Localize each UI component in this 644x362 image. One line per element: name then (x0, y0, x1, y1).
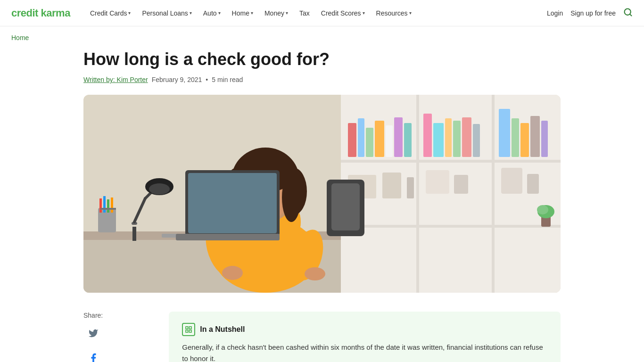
facebook-share-button[interactable] (85, 349, 102, 362)
svg-rect-27 (530, 116, 540, 157)
share-label: Share: (83, 312, 103, 319)
svg-rect-74 (190, 330, 192, 333)
svg-rect-30 (382, 173, 401, 198)
nav-item-home[interactable]: Home ▾ (227, 7, 258, 20)
svg-rect-45 (132, 227, 136, 241)
svg-rect-72 (186, 327, 188, 329)
article-meta: Written by: Kim Porter February 9, 2021 … (83, 76, 561, 83)
article-title: How long is a check good for? (83, 49, 561, 69)
chevron-down-icon: ▾ (286, 10, 288, 16)
nav-right: Login Sign up for free (547, 8, 633, 19)
svg-rect-8 (341, 225, 561, 228)
hero-image (83, 95, 561, 293)
svg-rect-40 (99, 198, 102, 213)
svg-rect-43 (111, 197, 113, 213)
svg-rect-7 (341, 160, 561, 163)
svg-rect-35 (527, 174, 539, 194)
svg-point-38 (537, 205, 548, 214)
svg-rect-34 (501, 168, 522, 194)
svg-rect-22 (462, 117, 471, 157)
chevron-down-icon: ▾ (251, 10, 253, 16)
svg-rect-73 (190, 327, 192, 329)
svg-rect-28 (541, 121, 548, 157)
svg-rect-15 (386, 125, 393, 157)
nav-links: Credit Cards ▾ Personal Loans ▾ Auto ▾ H… (85, 7, 547, 20)
svg-rect-41 (103, 196, 106, 213)
nav-item-credit-scores[interactable]: Credit Scores ▾ (316, 7, 370, 20)
svg-point-50 (149, 183, 170, 195)
chevron-down-icon: ▾ (128, 10, 131, 16)
svg-rect-24 (499, 109, 510, 157)
read-time: 5 min read (212, 76, 243, 83)
svg-rect-44 (100, 208, 116, 210)
nav-item-auto[interactable]: Auto ▾ (198, 7, 225, 20)
signup-button[interactable]: Sign up for free (570, 9, 616, 17)
svg-rect-20 (445, 118, 452, 157)
main-nav: credit karma Credit Cards ▾ Personal Loa… (0, 0, 644, 26)
svg-rect-52 (331, 183, 360, 230)
twitter-share-button[interactable] (85, 325, 102, 342)
svg-rect-18 (423, 114, 432, 157)
search-button[interactable] (623, 8, 633, 19)
svg-rect-26 (520, 123, 529, 157)
svg-rect-23 (473, 124, 480, 157)
svg-rect-32 (426, 170, 449, 194)
svg-rect-33 (454, 175, 468, 194)
svg-rect-25 (512, 118, 519, 157)
svg-rect-21 (453, 121, 461, 157)
chevron-down-icon: ▾ (363, 10, 365, 16)
nav-item-tax[interactable]: Tax (295, 7, 314, 20)
svg-rect-17 (404, 123, 412, 157)
nav-item-resources[interactable]: Resources ▾ (372, 7, 416, 20)
svg-point-66 (222, 266, 243, 280)
nutshell-text: Generally, if a check hasn't been cashed… (182, 342, 547, 362)
meta-date: February 9, 2021 (152, 76, 202, 83)
svg-rect-16 (394, 117, 403, 157)
svg-rect-19 (433, 123, 444, 157)
svg-rect-13 (366, 128, 373, 157)
logo-text: credit karma (11, 7, 70, 19)
svg-line-1 (630, 14, 632, 16)
logo[interactable]: credit karma (11, 7, 70, 19)
nutshell-header: In a Nutshell (182, 323, 547, 336)
svg-rect-14 (375, 121, 384, 157)
nav-item-credit-cards[interactable]: Credit Cards ▾ (85, 7, 136, 20)
svg-rect-75 (186, 330, 188, 333)
chevron-down-icon: ▾ (218, 10, 221, 16)
svg-rect-70 (188, 173, 277, 233)
svg-rect-11 (348, 123, 356, 157)
nutshell-title: In a Nutshell (200, 325, 245, 334)
svg-rect-9 (416, 95, 419, 293)
svg-rect-42 (107, 199, 109, 213)
svg-rect-71 (176, 234, 280, 240)
meta-dot: • (206, 76, 208, 83)
svg-rect-12 (358, 118, 364, 157)
svg-point-67 (305, 267, 325, 280)
nav-item-money[interactable]: Money ▾ (260, 7, 293, 20)
login-button[interactable]: Login (547, 9, 563, 17)
svg-rect-10 (492, 95, 495, 293)
nutshell-box: In a Nutshell Generally, if a check hasn… (169, 312, 561, 362)
chevron-down-icon: ▾ (190, 10, 192, 16)
nav-item-personal-loans[interactable]: Personal Loans ▾ (137, 7, 196, 20)
svg-point-63 (282, 173, 301, 222)
author-link[interactable]: Written by: Kim Porter (83, 76, 148, 83)
chevron-down-icon: ▾ (409, 10, 412, 16)
share-section: Share: (83, 308, 103, 362)
svg-rect-31 (407, 177, 414, 198)
content-area: Share: (83, 308, 561, 362)
breadcrumb[interactable]: Home (0, 26, 644, 49)
nutshell-icon (182, 323, 195, 336)
main-content: How long is a check good for? Written by… (72, 49, 572, 362)
